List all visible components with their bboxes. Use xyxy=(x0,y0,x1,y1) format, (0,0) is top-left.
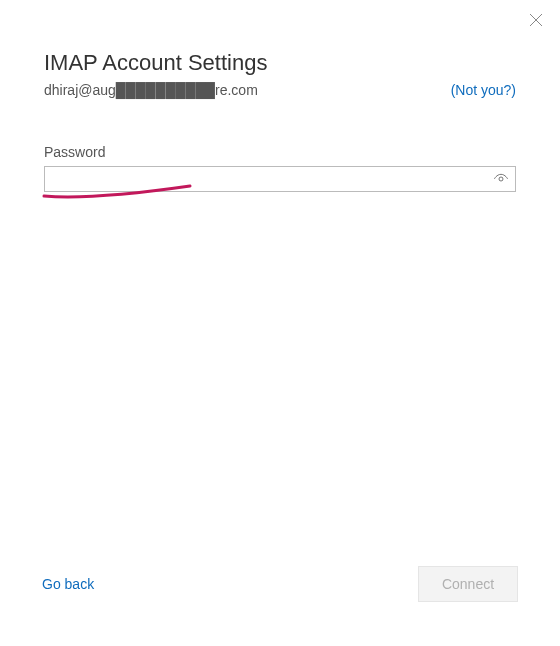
email-row: dhiraj@aug██████████re.com (Not you?) xyxy=(44,82,516,98)
account-email: dhiraj@aug██████████re.com xyxy=(44,82,258,98)
show-password-button[interactable] xyxy=(487,167,515,191)
password-label: Password xyxy=(44,144,516,160)
password-input-wrap xyxy=(44,166,516,192)
close-button[interactable] xyxy=(524,8,548,32)
go-back-link[interactable]: Go back xyxy=(42,576,94,592)
page-title: IMAP Account Settings xyxy=(44,50,516,76)
not-you-link[interactable]: (Not you?) xyxy=(451,82,516,98)
dialog-content: IMAP Account Settings dhiraj@aug████████… xyxy=(0,0,560,192)
eye-icon xyxy=(493,171,509,187)
dialog-footer: Go back Connect xyxy=(0,566,560,602)
close-icon xyxy=(529,13,543,27)
password-input[interactable] xyxy=(45,167,487,191)
svg-point-2 xyxy=(499,177,503,181)
connect-button[interactable]: Connect xyxy=(418,566,518,602)
